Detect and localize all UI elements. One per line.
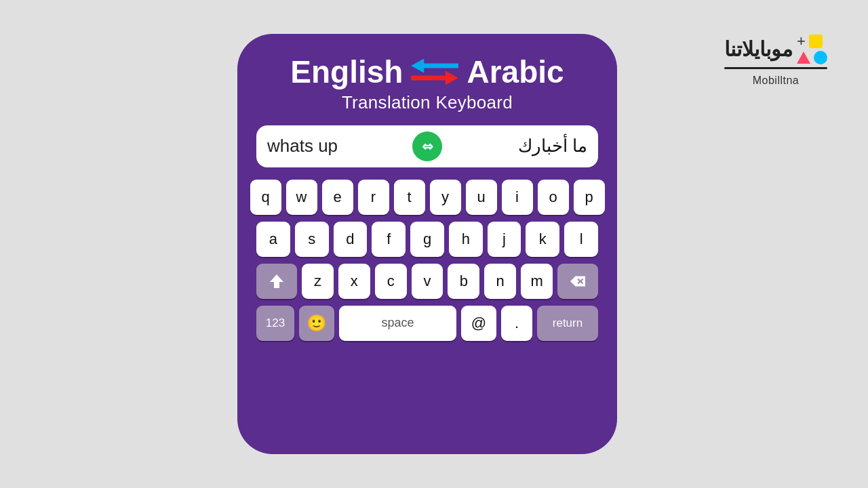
- app-header: English Arabic Translation Keyboard: [256, 54, 598, 113]
- key-c[interactable]: c: [375, 264, 407, 299]
- lang-english: English: [290, 54, 403, 90]
- key-z[interactable]: z: [302, 264, 334, 299]
- svg-marker-2: [270, 274, 283, 288]
- circle-shape: [814, 51, 827, 64]
- key-s[interactable]: s: [295, 222, 329, 257]
- arrow-red-icon: [411, 70, 458, 85]
- key-f[interactable]: f: [372, 222, 406, 257]
- delete-button[interactable]: [557, 264, 598, 299]
- key-t[interactable]: t: [394, 180, 425, 215]
- key-y[interactable]: y: [430, 180, 461, 215]
- header-title: English Arabic: [256, 54, 598, 90]
- logo-arabic-text: موبايلاتنا: [724, 37, 793, 61]
- key-j[interactable]: j: [488, 222, 521, 257]
- key-a[interactable]: a: [256, 222, 290, 257]
- key-row-1: q w e r t y u i o p: [256, 180, 598, 215]
- delete-icon: [570, 275, 585, 287]
- square-shape: [809, 35, 823, 48]
- key-o[interactable]: o: [538, 180, 569, 215]
- key-h[interactable]: h: [449, 222, 483, 257]
- lang-arabic: Arabic: [467, 54, 564, 90]
- key-n[interactable]: n: [484, 264, 516, 299]
- keyboard-area: q w e r t y u i o p a s d f g h j k: [256, 180, 598, 341]
- logo-container: موبايلاتنا + Mobilltna: [724, 34, 827, 87]
- svg-marker-1: [411, 71, 458, 85]
- logo-divider: [724, 67, 827, 69]
- key-k[interactable]: k: [526, 222, 559, 257]
- dot-button[interactable]: .: [501, 306, 532, 341]
- key-u[interactable]: u: [466, 180, 497, 215]
- space-button[interactable]: space: [339, 306, 456, 341]
- key-v[interactable]: v: [412, 264, 443, 299]
- key-x[interactable]: x: [338, 264, 370, 299]
- key-b[interactable]: b: [448, 264, 479, 299]
- shift-button[interactable]: [256, 264, 297, 299]
- header-subtitle: Translation Keyboard: [256, 93, 598, 113]
- key-e[interactable]: e: [322, 180, 353, 215]
- shift-icon: [269, 274, 284, 289]
- logo-top: موبايلاتنا +: [724, 34, 827, 64]
- translation-row: whats up ⇔ ما أخبارك: [256, 125, 598, 167]
- key-i[interactable]: i: [502, 180, 533, 215]
- emoji-button[interactable]: 🙂: [299, 306, 334, 341]
- keyboard-card: English Arabic Translation Keyboard what…: [237, 34, 617, 454]
- numbers-button[interactable]: 123: [256, 306, 294, 341]
- key-d[interactable]: d: [334, 222, 368, 257]
- triangle-shape: [797, 52, 810, 64]
- key-g[interactable]: g: [410, 222, 444, 257]
- key-row-3: z x c v b n m: [256, 264, 598, 299]
- key-l[interactable]: l: [564, 222, 598, 257]
- key-q[interactable]: q: [250, 180, 281, 215]
- plus-icon: +: [797, 34, 806, 49]
- arrows-container: [411, 58, 458, 85]
- key-row-2: a s d f g h j k l: [256, 222, 598, 257]
- arabic-translation-text: ما أخبارك: [448, 136, 587, 157]
- main-container: موبايلاتنا + Mobilltna English: [0, 0, 868, 488]
- emoji-icon: 🙂: [307, 314, 327, 333]
- english-input-text: whats up: [267, 136, 407, 157]
- key-p[interactable]: p: [574, 180, 605, 215]
- at-button[interactable]: @: [461, 306, 496, 341]
- return-button[interactable]: return: [537, 306, 598, 341]
- key-row-4: 123 🙂 space @ . return: [256, 306, 598, 341]
- key-r[interactable]: r: [358, 180, 389, 215]
- key-m[interactable]: m: [521, 264, 553, 299]
- logo-shapes: +: [797, 34, 827, 64]
- logo-english-text: Mobilltna: [753, 75, 800, 87]
- swap-button[interactable]: ⇔: [412, 131, 442, 161]
- key-w[interactable]: w: [286, 180, 317, 215]
